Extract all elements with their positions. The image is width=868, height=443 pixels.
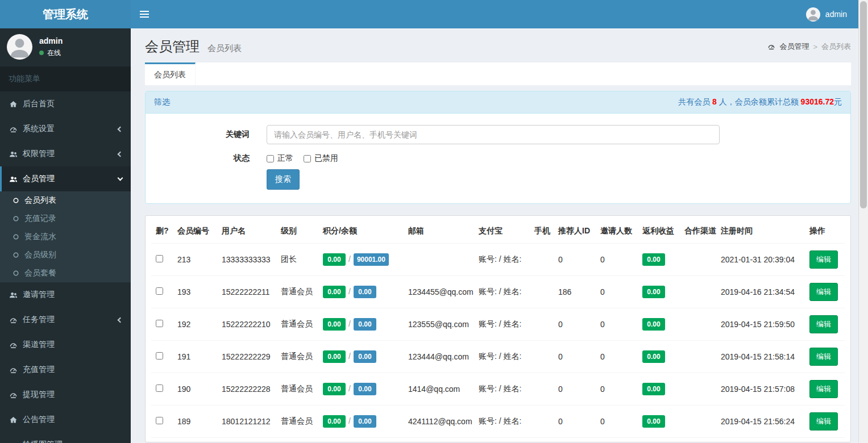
member-id: 192: [173, 308, 217, 341]
sidebar-item-label: 会员级别: [24, 250, 122, 260]
points-badge: 0.00: [323, 415, 346, 428]
edit-button[interactable]: 编辑: [809, 315, 838, 333]
status-disabled-label: 已禁用: [314, 153, 338, 164]
status-normal-label: 正常: [277, 153, 293, 164]
row-delete-checkbox[interactable]: [156, 352, 163, 360]
sidebar-item-12[interactable]: 充值管理: [0, 357, 131, 382]
users-icon: [9, 291, 18, 299]
row-delete-checkbox[interactable]: [156, 320, 163, 327]
sidebar-item-1[interactable]: 系统设置: [0, 116, 131, 141]
invite-count: 0: [596, 373, 638, 406]
phone: [530, 373, 554, 406]
email: 1414@qq.com: [404, 373, 474, 406]
sidebar-toggle-icon[interactable]: [131, 0, 158, 28]
sidebar-item-label: 会员管理: [23, 174, 118, 184]
member-id: 190: [173, 373, 217, 406]
invite-count: 0: [596, 308, 638, 341]
app-logo[interactable]: 管理系统: [0, 0, 131, 28]
sidebar-item-15[interactable]: 轮播图管理: [0, 432, 131, 443]
column-header-8: 推荐人ID: [554, 219, 596, 244]
sidebar-item-10[interactable]: 任务管理: [0, 307, 131, 332]
edit-button[interactable]: 编辑: [809, 380, 838, 398]
breadcrumb-separator: >: [813, 43, 817, 51]
row-delete-checkbox[interactable]: [156, 417, 163, 424]
users-icon: [9, 175, 18, 183]
breadcrumb-root[interactable]: 会员管理: [779, 41, 809, 52]
sidebar-item-6[interactable]: 资金流水: [0, 228, 131, 246]
rebate-badge: 0.00: [642, 286, 665, 298]
dashboard-icon: [767, 43, 775, 51]
keyword-input[interactable]: [267, 125, 720, 144]
points-balance-separator: /: [348, 254, 351, 264]
sidebar-item-11[interactable]: 渠道管理: [0, 332, 131, 357]
referrer-id: 0: [554, 341, 596, 373]
edit-button[interactable]: 编辑: [809, 348, 838, 366]
referrer-id: 0: [554, 406, 596, 438]
sidebar-item-2[interactable]: 权限管理: [0, 141, 131, 166]
username: 15222222228: [217, 373, 276, 406]
tab-bar: 会员列表: [145, 62, 851, 85]
row-delete-checkbox[interactable]: [156, 287, 163, 295]
scrollbar-thumb[interactable]: [860, 1, 867, 208]
filter-title: 筛选: [154, 97, 170, 107]
status-normal-checkbox[interactable]: [267, 155, 274, 162]
circle-icon: [13, 197, 19, 204]
page-subtitle: 会员列表: [207, 43, 242, 53]
tab-member-list[interactable]: 会员列表: [145, 62, 196, 85]
sidebar-item-13[interactable]: 提现管理: [0, 382, 131, 407]
row-delete-checkbox[interactable]: [156, 255, 163, 262]
points-badge: 0.00: [323, 350, 346, 363]
rebate-badge: 0.00: [642, 318, 665, 331]
member-level: 普通会员: [276, 438, 318, 443]
username: 15222222227: [217, 438, 276, 443]
alipay-info: 账号: / 姓名:: [474, 276, 530, 308]
points-badge: 0.00: [323, 253, 346, 266]
sidebar-item-label: 充值记录: [24, 214, 122, 224]
navbar-main: admin: [131, 0, 858, 28]
home-icon: [9, 416, 18, 424]
referrer-id: 186: [554, 276, 596, 308]
sidebar: admin 在线 功能菜单 后台首页 系统设置 权限管理: [0, 28, 131, 443]
sidebar-item-0[interactable]: 后台首页: [0, 91, 131, 116]
edit-button[interactable]: 编辑: [809, 412, 838, 431]
balance-total: 93016.72: [801, 97, 834, 106]
stats-text: 人，会员余额累计总额: [717, 97, 801, 106]
circle-icon: [13, 252, 19, 258]
partner-channel: [680, 406, 716, 438]
referrer-id: 0: [554, 244, 596, 276]
sidebar-item-3[interactable]: 会员管理: [0, 166, 131, 191]
sidebar-item-8[interactable]: 会员套餐: [0, 264, 131, 282]
dashboard-icon: [9, 125, 18, 133]
sidebar-item-label: 充值管理: [23, 365, 122, 375]
member-level: 团长: [276, 244, 318, 276]
chevron-icon: [118, 151, 123, 157]
sidebar-item-label: 任务管理: [23, 315, 118, 325]
edit-button[interactable]: 编辑: [809, 250, 838, 269]
points-balance-separator: /: [348, 319, 351, 328]
sidebar-item-9[interactable]: 邀请管理: [0, 282, 131, 307]
sidebar-item-14[interactable]: 公告管理: [0, 407, 131, 432]
table-row-3: 191 15222222229 普通会员 0.00/0.00 123444@qq…: [151, 341, 845, 373]
sidebar-menu-header: 功能菜单: [0, 66, 131, 91]
points-balance-separator: /: [348, 416, 351, 425]
user-avatar-icon: [7, 34, 32, 60]
member-id: 193: [173, 276, 217, 308]
partner-channel: [680, 373, 716, 406]
column-header-1: 会员编号: [173, 219, 217, 244]
rebate-badge: 0.00: [642, 253, 665, 266]
status-disabled-checkbox[interactable]: [304, 155, 311, 162]
register-time: 2019-04-15 21:58:14: [716, 341, 805, 373]
register-time: 2019-04-15 21:47:30: [716, 438, 805, 443]
search-button[interactable]: 搜索: [267, 169, 300, 190]
sidebar-item-7[interactable]: 会员级别: [0, 246, 131, 264]
sidebar-item-5[interactable]: 充值记录: [0, 210, 131, 228]
row-delete-checkbox[interactable]: [156, 385, 163, 392]
navbar-user-menu[interactable]: admin: [806, 7, 858, 22]
sidebar-item-4[interactable]: 会员列表: [0, 191, 131, 210]
edit-button[interactable]: 编辑: [809, 283, 838, 301]
column-header-5: 邮箱: [404, 219, 474, 244]
column-header-3: 级别: [276, 219, 318, 244]
column-header-2: 用户名: [217, 219, 276, 244]
username: 13333333333: [217, 244, 276, 276]
referrer-id: 0: [554, 308, 596, 341]
